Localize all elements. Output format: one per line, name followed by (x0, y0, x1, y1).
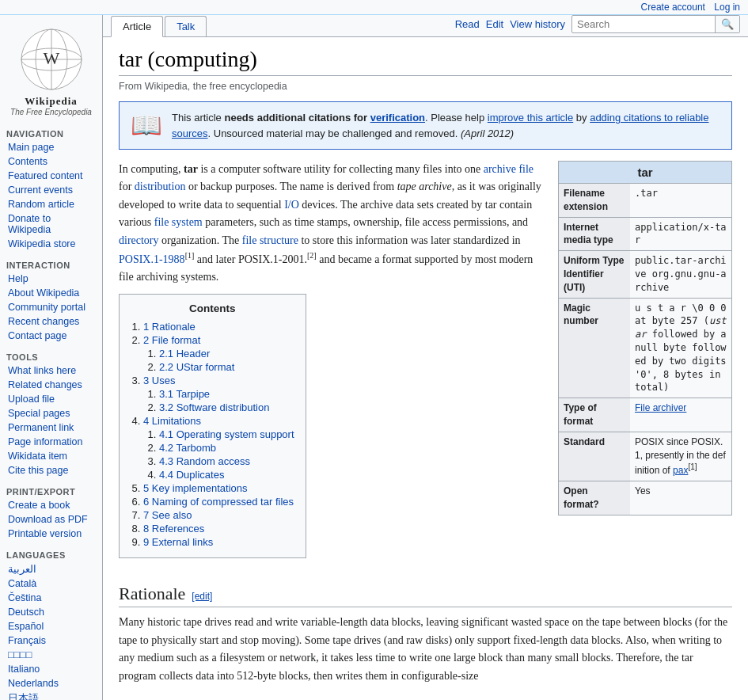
sidebar-item-upload-file[interactable]: Upload file (0, 392, 102, 406)
tab-article[interactable]: Article (111, 16, 163, 37)
sidebar-item-lang-es[interactable]: Español (0, 619, 102, 633)
wikipedia-title: Wikipedia (3, 95, 99, 108)
tab-edit[interactable]: Edit (486, 18, 503, 30)
infobox-row-uti: Uniform Type Identifier (UTI) public.tar… (559, 250, 731, 297)
sidebar-item-current-events[interactable]: Current events (0, 183, 102, 197)
sidebar-item-help[interactable]: Help (0, 272, 102, 286)
io-link[interactable]: I/O (284, 199, 299, 211)
sidebar-item-lang-cs[interactable]: Čeština (0, 591, 102, 605)
toc-link-3-2[interactable]: 3.2 Software distribution (159, 401, 269, 413)
toc-link-9[interactable]: 9 External links (143, 536, 213, 548)
posix-link[interactable]: POSIX.1-1988 (119, 253, 185, 265)
file-archiver-link[interactable]: File archiver (635, 402, 686, 413)
directory-link[interactable]: directory (119, 234, 159, 246)
pax-link[interactable]: pax (673, 465, 688, 476)
infobox-label-standard: Standard (559, 432, 630, 481)
toc-link-7[interactable]: 7 See also (143, 509, 192, 521)
search-button[interactable]: 🔍 (715, 16, 739, 32)
sidebar-item-what-links[interactable]: What links here (0, 363, 102, 378)
infobox-row-filename: Filename extension .tar (559, 183, 731, 217)
toc-link-1[interactable]: 1 Rationale (143, 321, 196, 333)
sidebar-item-related-changes[interactable]: Related changes (0, 378, 102, 392)
toc-item-8: 8 References (143, 523, 294, 535)
sidebar-item-recent-changes[interactable]: Recent changes (0, 314, 102, 329)
infobox-label-magic: Magic number (559, 299, 630, 398)
sidebar-item-contact[interactable]: Contact page (0, 329, 102, 343)
sidebar-item-download-pdf[interactable]: Download as PDF (0, 512, 102, 527)
sidebar-item-lang-ja-boxes[interactable]: □□□□ (0, 648, 102, 662)
notice-improve-link[interactable]: improve this article (488, 112, 573, 124)
sidebar-item-wikipedia-store[interactable]: Wikipedia store (0, 237, 102, 251)
sidebar-item-wikidata[interactable]: Wikidata item (0, 449, 102, 463)
infobox-label-open-format: Open format? (559, 481, 630, 515)
notice-icon: 📖 (131, 110, 162, 140)
log-in-link[interactable]: Log in (714, 2, 740, 13)
distribution-link[interactable]: distribution (135, 181, 186, 192)
sidebar-item-cite[interactable]: Cite this page (0, 463, 102, 477)
create-account-link[interactable]: Create account (641, 2, 705, 13)
sidebar-item-main-page[interactable]: Main page (0, 140, 102, 154)
toc-link-2-2[interactable]: 2.2 UStar format (159, 361, 234, 373)
toc-item-2-2: 2.2 UStar format (159, 361, 294, 373)
toc-title: Contents (131, 302, 294, 314)
file-system-link[interactable]: file system (154, 216, 203, 228)
infobox-label-media-type: Internet media type (559, 218, 630, 251)
sidebar-item-lang-fr[interactable]: Français (0, 633, 102, 648)
toc-link-4-2[interactable]: 4.2 Tarbomb (159, 442, 216, 454)
article-title: tar (computing) (119, 47, 732, 76)
languages-section: Languages العربية Català Čeština Deutsch… (0, 549, 102, 700)
sidebar-item-lang-ca[interactable]: Català (0, 576, 102, 591)
top-bar: Create account Log in (0, 0, 748, 15)
infobox-value-magic: u s t a r \0 0 0 at byte 257 (ustar foll… (630, 299, 731, 398)
notice-text: This article needs additional citations … (172, 110, 720, 141)
sidebar-item-contents[interactable]: Contents (0, 154, 102, 169)
sidebar-item-page-info[interactable]: Page information (0, 435, 102, 449)
toc-link-6[interactable]: 6 Naming of compressed tar files (143, 496, 294, 508)
toc-item-4-2: 4.2 Tarbomb (159, 442, 294, 454)
toc-link-4-1[interactable]: 4.1 Operating system support (159, 428, 294, 440)
sidebar-item-donate[interactable]: Donate to Wikipedia (0, 211, 102, 237)
logo-area: W Wikipedia The Free Encyclopedia (0, 21, 102, 120)
toc-item-6: 6 Naming of compressed tar files (143, 496, 294, 508)
sidebar-item-lang-ar[interactable]: العربية (0, 561, 102, 576)
toc-link-3[interactable]: 3 Uses (143, 375, 175, 386)
toc-link-4[interactable]: 4 Limitations (143, 415, 201, 427)
notice-box: 📖 This article needs additional citation… (119, 101, 732, 150)
search-box: 🔍 (571, 15, 740, 33)
tab-read[interactable]: Read (455, 18, 480, 30)
infobox-value-media-type: application/x-tar (630, 218, 731, 251)
sidebar-item-about[interactable]: About Wikipedia (0, 286, 102, 300)
sidebar-item-special-pages[interactable]: Special pages (0, 406, 102, 420)
toc-link-2-1[interactable]: 2.1 Header (159, 348, 210, 360)
sidebar-item-create-book[interactable]: Create a book (0, 498, 102, 512)
toc-link-3-1[interactable]: 3.1 Tarpipe (159, 388, 210, 400)
toc-link-4-4[interactable]: 4.4 Duplicates (159, 469, 224, 481)
table-of-contents: Contents 1 Rationale 2 File format 2.1 H… (119, 294, 306, 558)
toc-link-8[interactable]: 8 References (143, 523, 204, 535)
tools-section-title: Tools (0, 351, 102, 363)
search-input[interactable] (572, 16, 715, 32)
archive-file-link[interactable]: archive file (484, 163, 533, 175)
sidebar-item-printable[interactable]: Printable version (0, 527, 102, 541)
sidebar-item-lang-de[interactable]: Deutsch (0, 605, 102, 619)
toc-item-1: 1 Rationale (143, 321, 294, 333)
sidebar-item-lang-nl[interactable]: Nederlands (0, 676, 102, 690)
sidebar-item-community-portal[interactable]: Community portal (0, 300, 102, 314)
toc-link-5[interactable]: 5 Key implementations (143, 482, 248, 494)
sidebar-item-lang-ja[interactable]: 日本語 (0, 690, 102, 700)
rationale-edit-link[interactable]: [edit] (192, 591, 212, 602)
toc-link-4-3[interactable]: 4.3 Random access (159, 455, 250, 467)
interaction-section: Interaction Help About Wikipedia Communi… (0, 259, 102, 343)
tab-talk[interactable]: Talk (165, 16, 207, 36)
toc-link-2[interactable]: 2 File format (143, 334, 200, 346)
svg-text:W: W (43, 48, 59, 68)
sidebar-item-random-article[interactable]: Random article (0, 197, 102, 211)
sidebar-item-permanent-link[interactable]: Permanent link (0, 420, 102, 435)
nav-section: Navigation Main page Contents Featured c… (0, 127, 102, 251)
sidebar-item-featured-content[interactable]: Featured content (0, 169, 102, 183)
notice-verification-link[interactable]: verification (370, 112, 425, 124)
tab-view-history[interactable]: View history (510, 18, 565, 30)
file-structure-link[interactable]: file structure (242, 234, 298, 246)
sidebar-item-lang-it[interactable]: Italiano (0, 662, 102, 676)
nav-section-title: Navigation (0, 127, 102, 140)
